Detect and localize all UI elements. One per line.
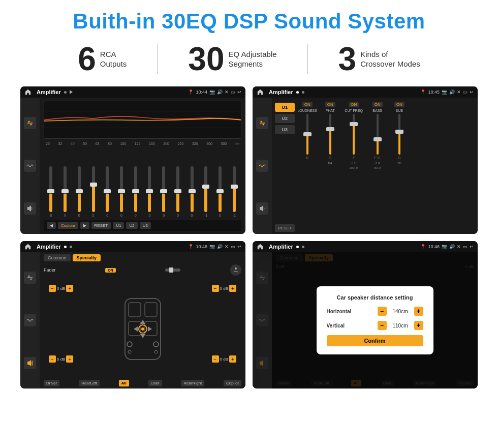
stat-rca: 6 RCA Outputs <box>78 43 127 75</box>
btn-all[interactable]: All <box>119 380 129 386</box>
horizontal-plus-btn[interactable]: + <box>414 307 423 316</box>
sidebar-btn-wave[interactable] <box>24 160 36 172</box>
svg-marker-0 <box>70 90 73 94</box>
screen-eq: Amplifier 📍 10:44 📷 🔊 ✕ ▭ ↩ <box>20 86 245 234</box>
fader-on-btn[interactable]: ON <box>105 268 116 273</box>
back-icon-4: ↩ <box>470 244 474 249</box>
eq-play-btn[interactable]: ▶ <box>80 222 89 229</box>
xover-reset-btn[interactable]: RESET <box>275 224 295 232</box>
svg-marker-5 <box>29 205 31 212</box>
sidebar-btn-wave2[interactable] <box>256 160 268 172</box>
vol-minus-rr[interactable]: − <box>212 355 219 363</box>
sidebar-btn-speaker2[interactable] <box>256 202 268 215</box>
vol-minus-fl[interactable]: − <box>49 285 56 292</box>
vol-val-fl: 0 dB <box>57 286 65 291</box>
svg-rect-37 <box>145 303 157 317</box>
vol-icon-3: 🔊 <box>217 244 223 249</box>
eq-slider-80[interactable]: 0 <box>115 166 128 217</box>
xover-u3-btn[interactable]: U3 <box>275 125 295 134</box>
status-dot-3a <box>64 246 67 248</box>
btn-copilot[interactable]: Copilot <box>224 380 241 386</box>
eq-main: 25 32 40 50 63 80 100 125 160 200 250 32… <box>40 98 245 234</box>
tab-specialty[interactable]: Specialty <box>73 254 101 261</box>
sidebar-btn-eq2[interactable] <box>256 117 268 129</box>
stat-crossover: 3 Kinds of Crossover Modes <box>338 43 420 75</box>
home-icon-4 <box>257 243 264 250</box>
rect-icon-3: ▭ <box>231 244 235 249</box>
fader-header: Fader ON <box>44 264 241 276</box>
tab-common[interactable]: Common <box>44 254 71 261</box>
btn-driver[interactable]: Driver <box>44 380 59 386</box>
eq-slider-160[interactable]: 0 <box>158 166 170 217</box>
svg-point-47 <box>153 342 159 347</box>
sidebar-btn-wave3[interactable] <box>24 314 36 326</box>
eq-reset-btn[interactable]: RESET <box>91 222 111 229</box>
cam-icon-1: 📷 <box>209 89 215 95</box>
svg-point-51 <box>261 276 262 277</box>
eq-slider-25[interactable]: 0 <box>45 166 57 217</box>
xover-u2-btn[interactable]: U2 <box>275 114 295 123</box>
btn-user[interactable]: User <box>148 380 162 386</box>
cam-icon-3: 📷 <box>209 244 215 249</box>
btn-rearleft[interactable]: RearLeft <box>79 380 100 386</box>
vol-icon-4: 🔊 <box>449 244 455 249</box>
eq-slider-32[interactable]: 0 <box>59 166 72 217</box>
eq-prev-btn[interactable]: ◀ <box>47 222 56 229</box>
eq-slider-400[interactable]: 0 <box>214 166 227 217</box>
eq-u1-btn[interactable]: U1 <box>113 222 124 229</box>
app-title-4: Amplifier <box>269 244 293 250</box>
back-icon-2: ↩ <box>470 89 474 95</box>
status-dot-4a <box>296 246 299 248</box>
vol-plus-rl[interactable]: + <box>66 355 73 363</box>
time-1: 10:44 <box>196 89 207 95</box>
eq-slider-50[interactable]: 5 <box>87 166 100 217</box>
eq-custom-btn[interactable]: Custom <box>58 222 78 229</box>
vol-plus-rr[interactable]: + <box>229 355 236 363</box>
vol-plus-fr[interactable]: + <box>229 285 236 292</box>
eq-slider-500[interactable]: -1 <box>228 166 240 217</box>
vertical-minus-btn[interactable]: − <box>378 321 387 330</box>
cam-icon-4: 📷 <box>442 244 447 249</box>
eq-u3-btn[interactable]: U3 <box>140 222 151 229</box>
btn-rearright[interactable]: RearRight <box>181 380 204 386</box>
horizontal-minus-btn[interactable]: − <box>378 307 387 316</box>
status-bar-4: Amplifier 📍 10:46 📷 🔊 ✕ ▭ ↩ <box>253 241 478 252</box>
eq-u2-btn[interactable]: U2 <box>126 222 137 229</box>
vol-plus-fl[interactable]: + <box>66 285 73 292</box>
home-icon-1 <box>24 88 32 96</box>
eq-slider-100[interactable]: 0 <box>129 166 142 217</box>
dialog-row-horizontal: Horizontal − 140cm + <box>327 307 423 316</box>
stat-label-crossover: Kinds of Crossover Modes <box>360 49 420 69</box>
svg-point-31 <box>30 279 32 280</box>
status-bar-1: Amplifier 📍 10:44 📷 🔊 ✕ ▭ ↩ <box>20 86 245 98</box>
back-icon-3: ↩ <box>237 244 241 249</box>
vol-minus-fr[interactable]: − <box>212 285 219 292</box>
vol-icon-1: 🔊 <box>217 89 223 95</box>
eq-slider-320[interactable]: -1 <box>200 166 212 217</box>
confirm-button[interactable]: Confirm <box>327 335 423 346</box>
svg-rect-18 <box>329 129 331 155</box>
xover-u1-btn[interactable]: U1 <box>275 103 295 112</box>
svg-marker-45 <box>148 326 152 332</box>
eq-slider-250[interactable]: 0 <box>185 166 198 217</box>
eq-slider-40[interactable]: 0 <box>73 166 85 217</box>
vol-minus-rl[interactable]: − <box>49 355 56 363</box>
fader-tabs: Common Specialty <box>44 254 241 261</box>
eq-slider-63[interactable]: 0 <box>101 166 114 217</box>
sidebar-btn-speaker[interactable] <box>24 202 36 215</box>
status-dot-4b <box>302 246 304 248</box>
sidebar-btn-eq3[interactable] <box>24 272 36 284</box>
sidebar-btn-speaker3[interactable] <box>24 357 36 369</box>
vertical-plus-btn[interactable]: + <box>414 321 423 330</box>
back-icon-1: ↩ <box>237 89 241 95</box>
eq-slider-200[interactable]: 0 <box>171 166 184 217</box>
eq-slider-125[interactable]: 0 <box>143 166 156 217</box>
cam-icon-2: 📷 <box>442 89 447 95</box>
fader-person-icon[interactable] <box>230 264 241 276</box>
fader-bottom-btns: Driver RearLeft All User RearRight Copil… <box>44 380 241 386</box>
sidebar-btn-eq[interactable] <box>24 117 36 129</box>
play-icon-1 <box>70 90 75 94</box>
svg-rect-24 <box>377 139 379 155</box>
eq-curve-area <box>44 101 241 139</box>
vol-icon-2: 🔊 <box>449 89 455 95</box>
